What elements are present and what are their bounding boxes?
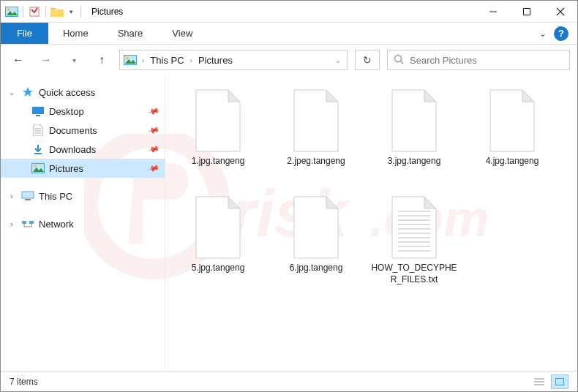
svg-rect-27 — [22, 221, 26, 224]
svg-rect-8 — [524, 8, 530, 15]
svg-point-5 — [8, 8, 10, 10]
minimize-button[interactable] — [476, 1, 510, 23]
pin-icon: 📌 — [147, 124, 161, 137]
status-item-count: 7 items — [10, 377, 38, 387]
sidebar-quick-access[interactable]: ⌄ Quick access — [1, 83, 165, 102]
recent-locations-button[interactable]: ▾ — [64, 50, 84, 70]
file-item[interactable]: 1.jpg.tangeng — [171, 84, 265, 186]
svg-rect-26 — [25, 199, 31, 200]
svg-rect-46 — [556, 379, 563, 385]
sidebar-item-desktop[interactable]: Desktop 📌 — [1, 102, 165, 121]
file-item[interactable]: HOW_TO_DECYPHER_FILES.txt — [367, 191, 461, 293]
file-grid[interactable]: 1.jpg.tangeng2.jpeg.tangeng3.jpg.tangeng… — [165, 75, 577, 371]
chevron-right-icon[interactable]: › — [139, 56, 147, 64]
chevron-right-icon[interactable]: › — [187, 56, 195, 64]
tab-home[interactable]: Home — [48, 23, 103, 44]
tab-view[interactable]: View — [157, 23, 207, 44]
close-button[interactable] — [544, 1, 577, 23]
up-button[interactable]: ↑ — [91, 50, 112, 70]
file-item[interactable]: 3.jpg.tangeng — [367, 84, 461, 186]
back-button[interactable]: ← — [8, 50, 29, 70]
crumb-pictures[interactable]: Pictures — [197, 55, 234, 66]
sidebar-item-label: Desktop — [49, 106, 84, 117]
file-item[interactable]: 6.jpg.tangeng — [269, 191, 363, 293]
file-item[interactable]: 5.jpg.tangeng — [171, 191, 265, 293]
sidebar-item-downloads[interactable]: Downloads 📌 — [1, 140, 165, 159]
ribbon: File Home Share View ⌄ ? — [1, 23, 577, 45]
sidebar-item-label: Downloads — [49, 144, 96, 155]
folder-icon — [50, 5, 64, 18]
pin-icon: 📌 — [147, 162, 161, 175]
ribbon-expand-icon[interactable]: ⌄ — [539, 29, 547, 39]
crumb-this-pc[interactable]: This PC — [149, 55, 185, 66]
network-icon — [21, 217, 34, 230]
window-title: Pictures — [91, 7, 123, 17]
computer-icon — [21, 189, 34, 203]
sidebar-item-label: Pictures — [49, 163, 83, 174]
svg-rect-28 — [29, 221, 34, 224]
help-button[interactable]: ? — [554, 26, 568, 41]
file-label: 2.jpeg.tangeng — [287, 156, 345, 167]
chevron-right-icon[interactable]: › — [7, 220, 17, 228]
titlebar: ▾ Pictures — [1, 1, 577, 23]
pin-icon: 📌 — [147, 105, 161, 118]
file-label: 6.jpg.tangeng — [290, 263, 343, 274]
sidebar: ⌄ Quick access Desktop 📌 Documents 📌 Dow… — [1, 75, 165, 371]
file-label: HOW_TO_DECYPHER_FILES.txt — [370, 263, 458, 285]
sidebar-item-label: Documents — [49, 125, 97, 136]
view-details-button[interactable] — [530, 374, 548, 389]
pin-icon: 📌 — [147, 143, 161, 156]
qat-chevron-icon[interactable]: ▾ — [70, 8, 73, 15]
svg-point-24 — [34, 165, 37, 167]
chevron-down-icon[interactable]: ⌄ — [332, 56, 344, 64]
desktop-icon — [31, 105, 45, 118]
navbar: ← → ▾ ↑ › This PC › Pictures ⌄ ↻ — [1, 45, 577, 75]
address-bar[interactable]: › This PC › Pictures ⌄ — [119, 50, 348, 70]
svg-line-15 — [401, 61, 404, 64]
svg-point-13 — [127, 57, 129, 59]
search-input[interactable] — [410, 55, 563, 66]
chevron-down-icon[interactable]: ⌄ — [7, 88, 17, 97]
pictures-icon — [31, 162, 45, 175]
file-label: 1.jpg.tangeng — [192, 156, 245, 167]
text-file-icon — [388, 195, 440, 260]
downloads-icon — [31, 143, 45, 156]
blank-file-icon — [290, 88, 342, 153]
sidebar-item-label: Network — [39, 219, 74, 230]
star-icon — [21, 86, 34, 99]
chevron-right-icon[interactable]: › — [7, 192, 17, 200]
file-label: 5.jpg.tangeng — [192, 263, 245, 274]
file-item[interactable]: 4.jpg.tangeng — [465, 84, 559, 186]
sidebar-item-label: Quick access — [39, 87, 95, 98]
view-icons-button[interactable] — [551, 374, 568, 389]
sidebar-this-pc[interactable]: › This PC — [1, 186, 165, 206]
qat-properties-icon[interactable] — [28, 5, 41, 18]
blank-file-icon — [192, 195, 244, 260]
document-icon — [31, 124, 45, 137]
blank-file-icon — [388, 88, 440, 153]
sidebar-item-label: This PC — [39, 191, 72, 202]
sidebar-item-documents[interactable]: Documents 📌 — [1, 121, 165, 140]
svg-point-14 — [395, 55, 402, 61]
file-tab[interactable]: File — [1, 23, 48, 44]
forward-button[interactable]: → — [36, 50, 56, 70]
file-label: 3.jpg.tangeng — [388, 156, 441, 167]
blank-file-icon — [290, 195, 342, 260]
picture-library-icon — [123, 53, 138, 67]
search-box[interactable] — [387, 50, 570, 70]
svg-rect-17 — [36, 115, 40, 116]
picture-library-icon — [5, 5, 18, 18]
statusbar: 7 items — [1, 371, 577, 391]
svg-rect-25 — [22, 192, 34, 198]
sidebar-item-pictures[interactable]: Pictures 📌 — [1, 159, 165, 178]
blank-file-icon — [192, 88, 244, 153]
svg-rect-16 — [32, 107, 44, 114]
refresh-button[interactable]: ↻ — [355, 50, 380, 70]
file-label: 4.jpg.tangeng — [486, 156, 539, 167]
blank-file-icon — [486, 88, 538, 153]
search-icon — [394, 54, 404, 67]
sidebar-network[interactable]: › Network — [1, 214, 165, 233]
file-item[interactable]: 2.jpeg.tangeng — [269, 84, 363, 186]
maximize-button[interactable] — [510, 1, 544, 23]
tab-share[interactable]: Share — [103, 23, 158, 44]
